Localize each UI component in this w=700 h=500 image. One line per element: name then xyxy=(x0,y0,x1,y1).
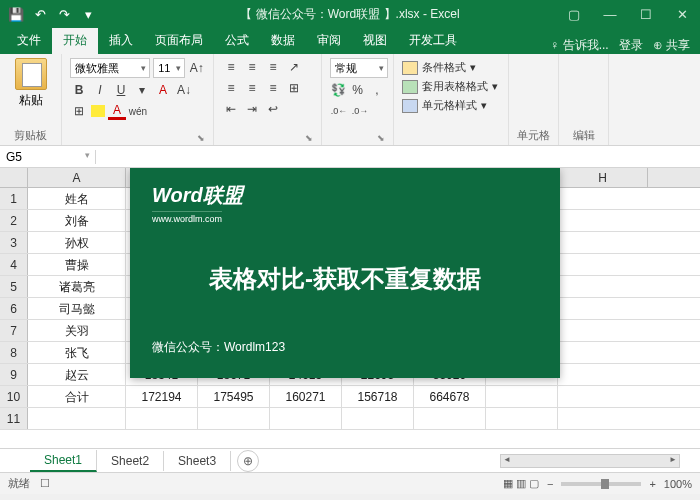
paste-button[interactable]: 粘贴 xyxy=(8,58,53,109)
cell[interactable]: 赵云 xyxy=(28,364,126,385)
tell-me[interactable]: ♀ 告诉我... xyxy=(550,37,608,54)
col-header-h[interactable]: H xyxy=(558,168,648,187)
row-header[interactable]: 2 xyxy=(0,210,28,231)
font-name-combo[interactable]: 微软雅黑 xyxy=(70,58,150,78)
align-dialog-launcher[interactable]: ⬊ xyxy=(222,133,313,143)
row-header[interactable]: 7 xyxy=(0,320,28,341)
cell[interactable] xyxy=(414,408,486,429)
font-color-button2[interactable]: A xyxy=(108,102,126,120)
bold-button[interactable]: B xyxy=(70,81,88,99)
tab-view[interactable]: 视图 xyxy=(352,27,398,54)
comma-button[interactable]: , xyxy=(369,81,385,99)
zoom-level[interactable]: 100% xyxy=(664,478,692,490)
redo-icon[interactable]: ↷ xyxy=(56,6,72,22)
align-bot[interactable]: ≡ xyxy=(264,58,282,76)
align-center[interactable]: ≡ xyxy=(243,79,261,97)
close-icon[interactable]: ✕ xyxy=(664,0,700,28)
cell[interactable]: 172194 xyxy=(126,386,198,407)
maximize-icon[interactable]: ☐ xyxy=(628,0,664,28)
font-size-combo[interactable]: 11 xyxy=(153,58,185,78)
tab-formula[interactable]: 公式 xyxy=(214,27,260,54)
undo-icon[interactable]: ↶ xyxy=(32,6,48,22)
italic-button[interactable]: I xyxy=(91,81,109,99)
cell[interactable]: 刘备 xyxy=(28,210,126,231)
tab-home[interactable]: 开始 xyxy=(52,27,98,54)
table-format-button[interactable]: 套用表格格式 ▾ xyxy=(402,77,500,96)
row-header[interactable]: 11 xyxy=(0,408,28,429)
tab-layout[interactable]: 页面布局 xyxy=(144,27,214,54)
share-button[interactable]: ⊕ 共享 xyxy=(653,37,690,54)
save-icon[interactable]: 💾 xyxy=(8,6,24,22)
fill-color-button[interactable] xyxy=(91,105,105,117)
tab-file[interactable]: 文件 xyxy=(6,27,52,54)
name-box[interactable]: G5 xyxy=(0,150,96,164)
currency-button[interactable]: 💱 xyxy=(330,81,346,99)
cell[interactable] xyxy=(486,408,558,429)
orientation[interactable]: ↗ xyxy=(285,58,303,76)
col-header-a[interactable]: A xyxy=(28,168,126,187)
phonetic-button[interactable]: wén xyxy=(129,102,147,120)
cell[interactable]: 160271 xyxy=(270,386,342,407)
cell[interactable] xyxy=(342,408,414,429)
tab-data[interactable]: 数据 xyxy=(260,27,306,54)
cell[interactable]: 张飞 xyxy=(28,342,126,363)
sheet-tab-2[interactable]: Sheet2 xyxy=(97,451,164,471)
cell[interactable]: 曹操 xyxy=(28,254,126,275)
row-header[interactable]: 1 xyxy=(0,188,28,209)
row-header[interactable]: 4 xyxy=(0,254,28,275)
cell[interactable]: 合计 xyxy=(28,386,126,407)
shrink-font-button[interactable]: A↓ xyxy=(175,81,193,99)
cell[interactable]: 156718 xyxy=(342,386,414,407)
border-button[interactable]: ▾ xyxy=(133,81,151,99)
cell[interactable]: 关羽 xyxy=(28,320,126,341)
sheet-tab-1[interactable]: Sheet1 xyxy=(30,450,97,472)
tab-insert[interactable]: 插入 xyxy=(98,27,144,54)
inc-decimal[interactable]: .0← xyxy=(330,102,348,120)
cell[interactable] xyxy=(126,408,198,429)
cell[interactable] xyxy=(486,386,558,407)
font-dialog-launcher[interactable]: ⬊ xyxy=(70,133,205,143)
cell[interactable]: 664678 xyxy=(414,386,486,407)
number-format-combo[interactable]: 常规 xyxy=(330,58,388,78)
align-left[interactable]: ≡ xyxy=(222,79,240,97)
row-header[interactable]: 9 xyxy=(0,364,28,385)
qat-more-icon[interactable]: ▾ xyxy=(80,6,96,22)
cell[interactable]: 诸葛亮 xyxy=(28,276,126,297)
login-link[interactable]: 登录 xyxy=(619,37,643,54)
row-header[interactable]: 8 xyxy=(0,342,28,363)
row-header[interactable]: 6 xyxy=(0,298,28,319)
cell[interactable]: 司马懿 xyxy=(28,298,126,319)
cell[interactable]: 175495 xyxy=(198,386,270,407)
zoom-in-button[interactable]: + xyxy=(649,478,655,490)
select-all-corner[interactable] xyxy=(0,168,28,187)
zoom-slider[interactable] xyxy=(561,482,641,486)
cell[interactable] xyxy=(198,408,270,429)
zoom-out-button[interactable]: − xyxy=(547,478,553,490)
indent-inc[interactable]: ⇥ xyxy=(243,100,261,118)
conditional-format-button[interactable]: 条件格式 ▾ xyxy=(402,58,500,77)
cell[interactable] xyxy=(28,408,126,429)
row-header[interactable]: 5 xyxy=(0,276,28,297)
indent-dec[interactable]: ⇤ xyxy=(222,100,240,118)
wrap[interactable]: ↩ xyxy=(264,100,282,118)
underline-button[interactable]: U xyxy=(112,81,130,99)
tab-dev[interactable]: 开发工具 xyxy=(398,27,468,54)
number-dialog-launcher[interactable]: ⬊ xyxy=(330,133,385,143)
merge[interactable]: ⊞ xyxy=(285,79,303,97)
font-color-button[interactable]: A xyxy=(154,81,172,99)
view-buttons[interactable]: ▦ ▥ ▢ xyxy=(503,477,539,490)
horizontal-scrollbar[interactable] xyxy=(500,454,680,468)
cell-styles-button[interactable]: 单元格样式 ▾ xyxy=(402,96,500,115)
align-mid[interactable]: ≡ xyxy=(243,58,261,76)
ribbon-min-icon[interactable]: ▢ xyxy=(556,0,592,28)
sheet-tab-3[interactable]: Sheet3 xyxy=(164,451,231,471)
tab-review[interactable]: 审阅 xyxy=(306,27,352,54)
align-top[interactable]: ≡ xyxy=(222,58,240,76)
percent-button[interactable]: % xyxy=(349,81,365,99)
row-header[interactable]: 10 xyxy=(0,386,28,407)
row-header[interactable]: 3 xyxy=(0,232,28,253)
dec-decimal[interactable]: .0→ xyxy=(351,102,369,120)
grow-font-button[interactable]: A↑ xyxy=(188,59,205,77)
cell[interactable]: 孙权 xyxy=(28,232,126,253)
border-icon[interactable]: ⊞ xyxy=(70,102,88,120)
